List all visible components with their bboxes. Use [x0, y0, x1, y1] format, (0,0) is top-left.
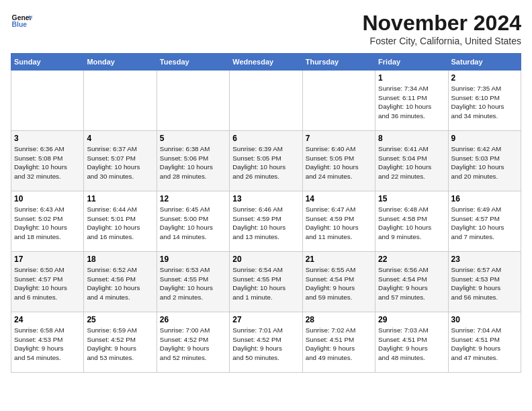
- day-number: 5: [160, 134, 226, 143]
- day-info: Sunrise: 6:57 AM Sunset: 4:53 PM Dayligh…: [451, 265, 518, 302]
- day-info: Sunrise: 6:56 AM Sunset: 4:54 PM Dayligh…: [378, 265, 445, 302]
- day-header-wednesday: Wednesday: [230, 54, 302, 71]
- calendar-week-row: 24Sunrise: 6:58 AM Sunset: 4:53 PM Dayli…: [11, 312, 521, 373]
- calendar-cell: 12Sunrise: 6:45 AM Sunset: 5:00 PM Dayli…: [157, 191, 229, 252]
- calendar-cell: 10Sunrise: 6:43 AM Sunset: 5:02 PM Dayli…: [11, 191, 84, 252]
- day-number: 13: [232, 194, 299, 203]
- calendar-cell: 22Sunrise: 6:56 AM Sunset: 4:54 PM Dayli…: [375, 252, 448, 312]
- day-number: 8: [378, 134, 445, 143]
- day-info: Sunrise: 6:45 AM Sunset: 5:00 PM Dayligh…: [160, 205, 226, 242]
- day-info: Sunrise: 6:42 AM Sunset: 5:03 PM Dayligh…: [451, 144, 518, 181]
- calendar-cell: 21Sunrise: 6:55 AM Sunset: 4:54 PM Dayli…: [302, 252, 375, 312]
- day-number: 14: [306, 194, 372, 203]
- day-info: Sunrise: 7:01 AM Sunset: 4:52 PM Dayligh…: [232, 326, 299, 363]
- logo: General Blue: [11, 11, 32, 32]
- calendar-cell: 17Sunrise: 6:50 AM Sunset: 4:57 PM Dayli…: [11, 252, 84, 312]
- day-info: Sunrise: 6:46 AM Sunset: 4:59 PM Dayligh…: [232, 205, 299, 242]
- day-number: 3: [14, 134, 81, 143]
- day-info: Sunrise: 6:36 AM Sunset: 5:08 PM Dayligh…: [14, 144, 81, 181]
- day-number: 22: [378, 255, 445, 264]
- day-number: 1: [378, 73, 445, 83]
- calendar-cell: [157, 71, 229, 131]
- day-info: Sunrise: 6:37 AM Sunset: 5:07 PM Dayligh…: [87, 144, 153, 181]
- day-info: Sunrise: 6:49 AM Sunset: 4:57 PM Dayligh…: [451, 205, 518, 242]
- calendar-cell: 24Sunrise: 6:58 AM Sunset: 4:53 PM Dayli…: [11, 312, 84, 373]
- day-number: 24: [14, 315, 81, 324]
- day-number: 4: [87, 134, 153, 143]
- day-header-saturday: Saturday: [448, 54, 521, 71]
- calendar-cell: 3Sunrise: 6:36 AM Sunset: 5:08 PM Daylig…: [11, 131, 84, 191]
- day-info: Sunrise: 6:55 AM Sunset: 4:54 PM Dayligh…: [306, 265, 372, 302]
- day-number: 17: [14, 255, 81, 264]
- day-info: Sunrise: 6:44 AM Sunset: 5:01 PM Dayligh…: [87, 205, 153, 242]
- day-info: Sunrise: 7:00 AM Sunset: 4:52 PM Dayligh…: [160, 326, 226, 363]
- calendar-cell: 14Sunrise: 6:47 AM Sunset: 4:59 PM Dayli…: [302, 191, 375, 252]
- calendar-cell: 8Sunrise: 6:41 AM Sunset: 5:04 PM Daylig…: [375, 131, 448, 191]
- title-area: November 2024 Foster City, California, U…: [362, 11, 521, 46]
- calendar-cell: 2Sunrise: 7:35 AM Sunset: 6:10 PM Daylig…: [448, 71, 521, 131]
- calendar-cell: 4Sunrise: 6:37 AM Sunset: 5:07 PM Daylig…: [84, 131, 157, 191]
- page-header: General Blue November 2024 Foster City, …: [11, 11, 521, 46]
- day-header-monday: Monday: [84, 54, 157, 71]
- day-number: 11: [87, 194, 153, 203]
- calendar-week-row: 17Sunrise: 6:50 AM Sunset: 4:57 PM Dayli…: [11, 252, 521, 312]
- calendar-cell: 23Sunrise: 6:57 AM Sunset: 4:53 PM Dayli…: [448, 252, 521, 312]
- day-number: 28: [306, 315, 372, 324]
- day-info: Sunrise: 6:52 AM Sunset: 4:56 PM Dayligh…: [87, 265, 153, 302]
- day-info: Sunrise: 6:43 AM Sunset: 5:02 PM Dayligh…: [14, 205, 81, 242]
- calendar-cell: 28Sunrise: 7:02 AM Sunset: 4:51 PM Dayli…: [302, 312, 375, 373]
- calendar-cell: 29Sunrise: 7:03 AM Sunset: 4:51 PM Dayli…: [375, 312, 448, 373]
- calendar-cell: 9Sunrise: 6:42 AM Sunset: 5:03 PM Daylig…: [448, 131, 521, 191]
- calendar-table: SundayMondayTuesdayWednesdayThursdayFrid…: [11, 53, 521, 373]
- day-header-sunday: Sunday: [11, 54, 84, 71]
- calendar-cell: 27Sunrise: 7:01 AM Sunset: 4:52 PM Dayli…: [230, 312, 302, 373]
- day-info: Sunrise: 6:40 AM Sunset: 5:05 PM Dayligh…: [306, 144, 372, 181]
- month-title: November 2024: [362, 11, 521, 36]
- calendar-week-row: 1Sunrise: 7:34 AM Sunset: 6:11 PM Daylig…: [11, 71, 521, 131]
- calendar-cell: 20Sunrise: 6:54 AM Sunset: 4:55 PM Dayli…: [230, 252, 302, 312]
- day-number: 10: [14, 194, 81, 203]
- day-number: 18: [87, 255, 153, 264]
- day-number: 23: [451, 255, 518, 264]
- day-number: 27: [232, 315, 299, 324]
- day-info: Sunrise: 7:03 AM Sunset: 4:51 PM Dayligh…: [378, 326, 445, 363]
- day-number: 25: [87, 315, 153, 324]
- day-number: 7: [306, 134, 372, 143]
- day-number: 2: [451, 73, 518, 83]
- calendar-cell: [11, 71, 84, 131]
- calendar-cell: 7Sunrise: 6:40 AM Sunset: 5:05 PM Daylig…: [302, 131, 375, 191]
- calendar-cell: 25Sunrise: 6:59 AM Sunset: 4:52 PM Dayli…: [84, 312, 157, 373]
- day-number: 9: [451, 134, 518, 143]
- calendar-cell: 18Sunrise: 6:52 AM Sunset: 4:56 PM Dayli…: [84, 252, 157, 312]
- day-info: Sunrise: 6:38 AM Sunset: 5:06 PM Dayligh…: [160, 144, 226, 181]
- day-info: Sunrise: 6:53 AM Sunset: 4:55 PM Dayligh…: [160, 265, 226, 302]
- calendar-cell: [84, 71, 157, 131]
- day-number: 20: [232, 255, 299, 264]
- day-info: Sunrise: 6:48 AM Sunset: 4:58 PM Dayligh…: [378, 205, 445, 242]
- day-info: Sunrise: 6:41 AM Sunset: 5:04 PM Dayligh…: [378, 144, 445, 181]
- day-info: Sunrise: 6:47 AM Sunset: 4:59 PM Dayligh…: [306, 205, 372, 242]
- day-header-tuesday: Tuesday: [157, 54, 229, 71]
- calendar-cell: 13Sunrise: 6:46 AM Sunset: 4:59 PM Dayli…: [230, 191, 302, 252]
- logo-icon: General Blue: [11, 11, 32, 32]
- day-info: Sunrise: 6:50 AM Sunset: 4:57 PM Dayligh…: [14, 265, 81, 302]
- calendar-cell: 19Sunrise: 6:53 AM Sunset: 4:55 PM Dayli…: [157, 252, 229, 312]
- location: Foster City, California, United States: [362, 36, 521, 46]
- day-number: 30: [451, 315, 518, 324]
- calendar-cell: 5Sunrise: 6:38 AM Sunset: 5:06 PM Daylig…: [157, 131, 229, 191]
- day-number: 29: [378, 315, 445, 324]
- calendar-week-row: 3Sunrise: 6:36 AM Sunset: 5:08 PM Daylig…: [11, 131, 521, 191]
- calendar-week-row: 10Sunrise: 6:43 AM Sunset: 5:02 PM Dayli…: [11, 191, 521, 252]
- day-number: 15: [378, 194, 445, 203]
- calendar-cell: 16Sunrise: 6:49 AM Sunset: 4:57 PM Dayli…: [448, 191, 521, 252]
- calendar-header-row: SundayMondayTuesdayWednesdayThursdayFrid…: [11, 54, 521, 71]
- day-number: 16: [451, 194, 518, 203]
- day-number: 21: [306, 255, 372, 264]
- day-info: Sunrise: 6:58 AM Sunset: 4:53 PM Dayligh…: [14, 326, 81, 363]
- calendar-cell: 30Sunrise: 7:04 AM Sunset: 4:51 PM Dayli…: [448, 312, 521, 373]
- calendar-cell: 6Sunrise: 6:39 AM Sunset: 5:05 PM Daylig…: [230, 131, 302, 191]
- day-header-thursday: Thursday: [302, 54, 375, 71]
- day-info: Sunrise: 7:34 AM Sunset: 6:11 PM Dayligh…: [378, 84, 445, 121]
- day-number: 6: [232, 134, 299, 143]
- day-info: Sunrise: 6:59 AM Sunset: 4:52 PM Dayligh…: [87, 326, 153, 363]
